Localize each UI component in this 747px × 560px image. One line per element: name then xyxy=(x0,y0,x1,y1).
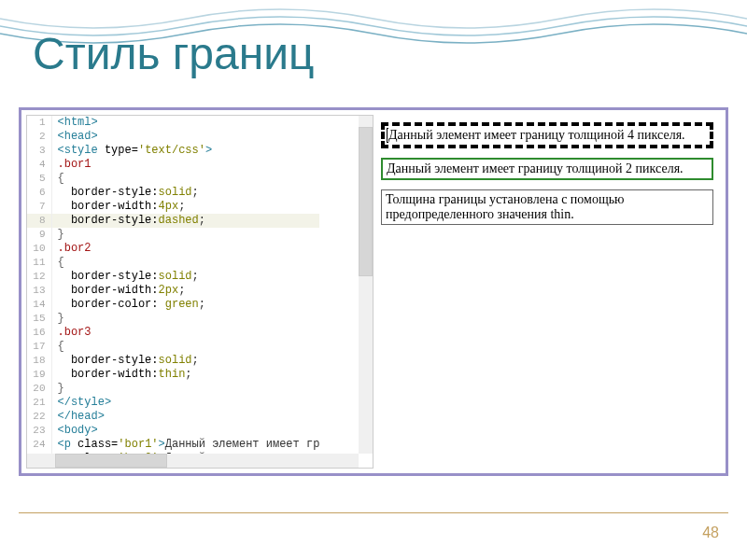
horizontal-scrollbar[interactable] xyxy=(27,454,359,468)
code-line[interactable]: </style> xyxy=(51,396,319,410)
line-number: 3 xyxy=(27,144,51,158)
code-line[interactable]: border-style:dashed; xyxy=(51,214,319,228)
slide-title: Стиль границ xyxy=(33,28,315,79)
vertical-scrollbar[interactable] xyxy=(359,116,373,454)
line-number: 6 xyxy=(27,186,51,200)
code-lines: 1<html>2<head>3<style type='text/css'>4.… xyxy=(27,116,319,466)
code-line[interactable]: <html> xyxy=(51,116,319,130)
code-line[interactable]: { xyxy=(51,172,319,186)
content-panel: 1<html>2<head>3<style type='text/css'>4.… xyxy=(19,107,728,476)
code-line[interactable]: border-style:solid; xyxy=(51,354,319,368)
code-line[interactable]: } xyxy=(51,312,319,326)
line-number: 8 xyxy=(27,214,51,228)
line-number: 16 xyxy=(27,326,51,340)
code-line[interactable]: <body> xyxy=(51,424,319,438)
text-cursor-icon xyxy=(387,128,388,143)
code-line[interactable]: .bor3 xyxy=(51,326,319,340)
preview-text-2: Данный элемент имеет границу толщиной 2 … xyxy=(387,161,684,175)
code-line[interactable]: border-width:thin; xyxy=(51,368,319,382)
line-number: 17 xyxy=(27,340,51,354)
line-number: 19 xyxy=(27,368,51,382)
line-number: 14 xyxy=(27,298,51,312)
line-number: 13 xyxy=(27,284,51,298)
line-number: 24 xyxy=(27,438,51,452)
code-line[interactable]: .bor1 xyxy=(51,158,319,172)
split-container: 1<html>2<head>3<style type='text/css'>4.… xyxy=(26,115,721,469)
code-editor[interactable]: 1<html>2<head>3<style type='text/css'>4.… xyxy=(26,115,374,469)
code-line[interactable]: .bor2 xyxy=(51,242,319,256)
line-number: 15 xyxy=(27,312,51,326)
line-number: 7 xyxy=(27,200,51,214)
line-number: 21 xyxy=(27,396,51,410)
line-number: 18 xyxy=(27,354,51,368)
preview-box-green: Данный элемент имеет границу толщиной 2 … xyxy=(381,158,713,180)
code-line[interactable]: { xyxy=(51,340,319,354)
footer-line xyxy=(19,512,728,513)
line-number: 4 xyxy=(27,158,51,172)
preview-pane: Данный элемент имеет границу толщиной 4 … xyxy=(374,115,721,469)
code-line[interactable]: border-style:solid; xyxy=(51,270,319,284)
line-number: 1 xyxy=(27,116,51,130)
line-number: 10 xyxy=(27,242,51,256)
page-number: 48 xyxy=(702,525,719,541)
code-line[interactable]: <head> xyxy=(51,130,319,144)
code-line[interactable]: } xyxy=(51,228,319,242)
line-number: 9 xyxy=(27,228,51,242)
line-number: 2 xyxy=(27,130,51,144)
code-line[interactable]: border-width:4px; xyxy=(51,200,319,214)
line-number: 12 xyxy=(27,270,51,284)
code-line[interactable]: <style type='text/css'> xyxy=(51,144,319,158)
line-number: 23 xyxy=(27,424,51,438)
line-number: 22 xyxy=(27,410,51,424)
code-line[interactable]: </head> xyxy=(51,410,319,424)
code-line[interactable]: border-style:solid; xyxy=(51,186,319,200)
code-line[interactable]: } xyxy=(51,382,319,396)
code-line[interactable]: { xyxy=(51,256,319,270)
line-number: 5 xyxy=(27,172,51,186)
code-line[interactable]: <p class='bor1'>Данный элемент имеет гр xyxy=(51,438,319,452)
preview-box-thin: Толщина границы установлена с помощью пр… xyxy=(381,189,713,225)
scrollbar-thumb[interactable] xyxy=(359,127,373,276)
line-number: 20 xyxy=(27,382,51,396)
line-number: 11 xyxy=(27,256,51,270)
code-line[interactable]: border-color: green; xyxy=(51,298,319,312)
code-line[interactable]: border-width:2px; xyxy=(51,284,319,298)
scrollbar-thumb[interactable] xyxy=(55,454,167,468)
preview-text-1: Данный элемент имеет границу толщиной 4 … xyxy=(388,128,685,142)
preview-box-dashed: Данный элемент имеет границу толщиной 4 … xyxy=(381,122,713,148)
preview-text-3: Толщина границы установлена с помощью пр… xyxy=(386,192,625,221)
